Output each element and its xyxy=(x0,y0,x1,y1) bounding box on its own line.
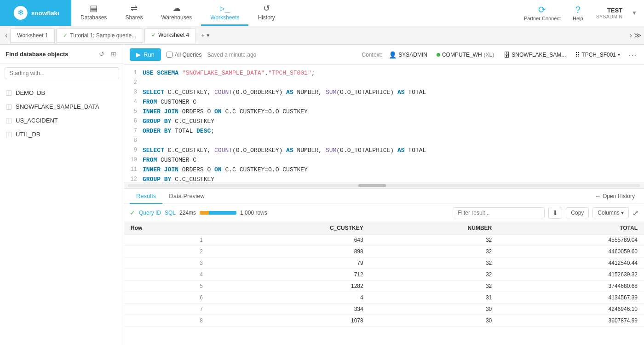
partner-connect-nav[interactable]: ⟳ Partner Connect xyxy=(520,5,564,21)
nav-history[interactable]: ↺ History xyxy=(248,0,284,26)
code-line-6: 6GROUP BY C.C_CUSTKEY xyxy=(124,117,644,127)
context-role-label: SYSADMIN xyxy=(398,52,427,58)
table-cell: 898 xyxy=(209,246,370,257)
db-item-demo-db[interactable]: ◫ DEMO_DB xyxy=(0,86,124,99)
query-id-link[interactable]: Query ID xyxy=(139,210,161,216)
code-line-11: 11INNER JOIN ORDERS O ON C.C_CUSTKEY=O.O… xyxy=(124,165,644,175)
tab-data-preview[interactable]: Data Preview xyxy=(162,189,211,204)
database-list: ◫ DEMO_DB ◫ SNOWFLAKE_SAMPLE_DATA ◫ US_A… xyxy=(0,83,124,345)
tab-worksheet4[interactable]: ✓ Worksheet 4 xyxy=(144,28,196,43)
db-item-util-db[interactable]: ◫ UTIL_DB xyxy=(0,127,124,141)
schema-icon: ⠿ xyxy=(575,51,580,58)
line-content: USE SCHEMA "SNOWFLAKE_SAMPLE_DATA"."TPCH… xyxy=(143,69,644,78)
table-cell: 4246946.10 xyxy=(498,304,644,315)
run-button[interactable]: ▶ Run xyxy=(130,48,161,61)
tab-worksheet4-label: Worksheet 4 xyxy=(158,32,189,38)
code-line-12: 12GROUP BY C.C_CUSTKEY xyxy=(124,175,644,182)
expand-results-btn[interactable]: ⤢ xyxy=(632,209,638,217)
all-queries-label: All Queries xyxy=(175,52,202,58)
table-cell: 3607874.99 xyxy=(498,315,644,327)
download-button[interactable]: ⬇ xyxy=(548,207,562,219)
svg-text:❄: ❄ xyxy=(17,8,23,17)
code-line-2: 2 xyxy=(124,78,644,88)
context-warehouse[interactable]: COMPUTE_WH (XL) xyxy=(434,50,497,59)
table-row: 64314134567.39 xyxy=(124,292,644,304)
add-tab-dropdown-icon[interactable]: ▾ xyxy=(207,32,210,39)
nav-shares[interactable]: ⇌ Shares xyxy=(116,0,152,26)
horizontal-scrollbar[interactable] xyxy=(124,182,644,188)
table-cell: 4134567.39 xyxy=(498,292,644,304)
worksheets-icon: ▷_ xyxy=(220,4,230,12)
context-warehouse-size: (XL) xyxy=(484,52,494,58)
results-table: Row C_CUSTKEY NUMBER TOTAL 1643324555789… xyxy=(124,222,644,327)
all-queries-checkbox-label[interactable]: All Queries xyxy=(167,52,202,58)
tab-add[interactable]: + ▾ xyxy=(197,32,213,39)
sidebar-refresh-btn[interactable]: ↺ xyxy=(97,49,106,58)
table-cell: 3 xyxy=(124,257,209,269)
table-header-row: Row C_CUSTKEY NUMBER TOTAL xyxy=(124,222,644,234)
table-cell: 32 xyxy=(370,234,499,246)
nav-right: ⟳ Partner Connect ? Help TEST SYSADMIN ▼ xyxy=(520,0,644,26)
db-item-util-db-label: UTIL_DB xyxy=(16,131,40,138)
user-dropdown-icon[interactable]: ▼ xyxy=(632,10,637,16)
nav-warehouses-label: Warehouses xyxy=(161,14,192,21)
code-line-3: 3SELECT C.C_CUSTKEY, COUNT(O.O_ORDERKEY)… xyxy=(124,88,644,98)
db-item-snowflake-sample[interactable]: ◫ SNOWFLAKE_SAMPLE_DATA xyxy=(0,99,124,113)
user-area[interactable]: TEST SYSADMIN xyxy=(592,7,627,19)
databases-icon: ▤ xyxy=(90,4,98,12)
nav-worksheets[interactable]: ▷_ Worksheets xyxy=(201,0,248,26)
copy-button[interactable]: Copy xyxy=(566,207,589,218)
context-more-btn[interactable]: ⋯ xyxy=(627,50,638,60)
table-cell: 1 xyxy=(124,234,209,246)
line-number: 8 xyxy=(124,136,143,146)
help-icon: ? xyxy=(575,5,581,14)
sidebar-expand-btn[interactable]: ⊞ xyxy=(109,49,118,58)
table-cell: 643 xyxy=(209,234,370,246)
data-table-wrapper: Row C_CUSTKEY NUMBER TOTAL 1643324555789… xyxy=(124,222,644,345)
db-item-demo-db-label: DEMO_DB xyxy=(16,89,45,96)
tab-worksheet1[interactable]: Worksheet 1 xyxy=(10,28,55,43)
line-number: 2 xyxy=(124,78,143,88)
col-header-number: NUMBER xyxy=(370,222,499,234)
schema-dropdown-icon[interactable]: ▾ xyxy=(618,52,620,57)
line-content: FROM CUSTOMER C xyxy=(143,98,644,107)
help-nav[interactable]: ? Help xyxy=(569,5,587,21)
context-schema[interactable]: ⠿ TPCH_SF001 ▾ xyxy=(572,50,623,60)
code-line-5: 5INNER JOIN ORDERS O ON C.C_CUSTKEY=O.O_… xyxy=(124,107,644,117)
line-number: 3 xyxy=(124,88,143,98)
tab-prev-icon[interactable]: › xyxy=(630,31,632,40)
partner-connect-icon: ⟳ xyxy=(538,5,546,14)
line-number: 4 xyxy=(124,98,143,107)
database-search-input[interactable] xyxy=(5,67,119,79)
sidebar-header: Find database objects ↺ ⊞ xyxy=(0,45,124,64)
line-number: 12 xyxy=(124,175,143,182)
results-panel: Results Data Preview ← Open History ✓ Qu… xyxy=(124,188,644,345)
tab-next-icon[interactable]: ≫ xyxy=(634,31,642,40)
tab-results[interactable]: Results xyxy=(130,189,162,204)
db-item-us-accident[interactable]: ◫ US_ACCIDENT xyxy=(0,113,124,127)
table-cell: 6 xyxy=(124,292,209,304)
columns-button[interactable]: Columns ▾ xyxy=(592,207,629,218)
line-content: FROM CUSTOMER C xyxy=(143,156,644,165)
scroll-track xyxy=(128,184,640,187)
context-role[interactable]: 👤 SYSADMIN xyxy=(386,50,430,60)
nav-databases[interactable]: ▤ Databases xyxy=(71,0,116,26)
table-cell: 32 xyxy=(370,257,499,269)
context-database[interactable]: 🗄 SNOWFLAKE_SAM... xyxy=(500,50,569,60)
line-content: SELECT C.C_CUSTKEY, COUNT(O.O_ORDERKEY) … xyxy=(143,88,644,98)
filter-input[interactable] xyxy=(453,207,545,218)
scroll-thumb xyxy=(358,184,386,187)
line-content: INNER JOIN ORDERS O ON C.C_CUSTKEY=O.O_C… xyxy=(143,107,644,117)
nav-warehouses[interactable]: ☁ Warehouses xyxy=(152,0,201,26)
all-queries-checkbox[interactable] xyxy=(167,52,172,58)
tab-scroll-left[interactable]: ‹ xyxy=(2,31,10,40)
table-cell: 79 xyxy=(209,257,370,269)
snowflake-logo: ❄ snowflake xyxy=(13,5,59,21)
run-icon: ▶ xyxy=(136,51,141,58)
open-history-btn[interactable]: ← Open History xyxy=(592,191,638,201)
sql-link[interactable]: SQL xyxy=(165,210,176,216)
db-icon: ◫ xyxy=(6,116,12,124)
tab-tutorial1[interactable]: ✓ Tutorial 1: Sample querie... xyxy=(56,28,143,43)
sql-editor[interactable]: 1USE SCHEMA "SNOWFLAKE_SAMPLE_DATA"."TPC… xyxy=(124,65,644,182)
sidebar-title: Find database objects xyxy=(6,51,69,58)
